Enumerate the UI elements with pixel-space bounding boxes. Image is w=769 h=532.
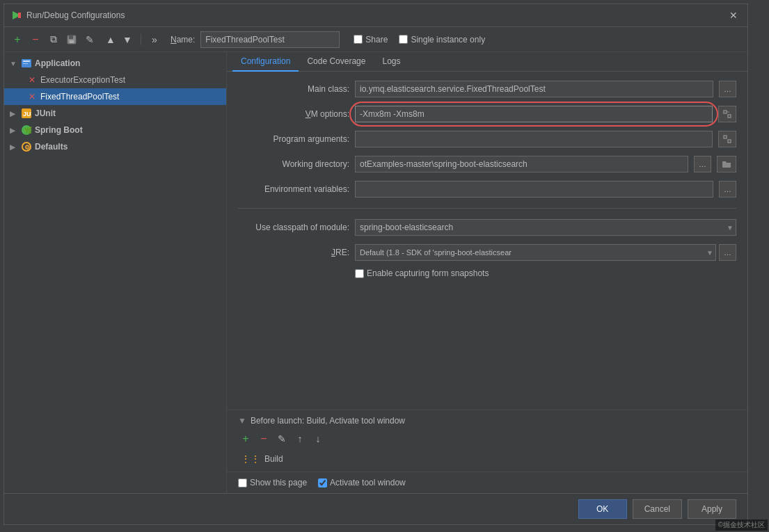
sidebar-item-defaults[interactable]: ▶ ⚙ Defaults: [4, 138, 226, 155]
before-launch-section: ▼ Before launch: Build, Activate tool wi…: [227, 410, 747, 471]
copy-button[interactable]: ⧉: [46, 32, 61, 47]
env-vars-browse-button[interactable]: …: [719, 181, 736, 198]
sidebar-item-executor-exception-test[interactable]: ✕ ExecutorExceptionTest: [4, 72, 226, 88]
apply-button[interactable]: Apply: [688, 499, 736, 519]
sidebar-item-junit[interactable]: ▶ JU JUnit: [4, 105, 226, 122]
vm-options-wrapper: [355, 106, 713, 122]
sidebar-fixed-thread-label: FixedThreadPoolTest: [40, 92, 119, 102]
working-dir-label: Working directory:: [238, 159, 349, 169]
main-class-row: Main class: …: [238, 80, 736, 98]
snapshots-checkbox-label[interactable]: Enable capturing form snapshots: [355, 268, 489, 278]
svg-text:🌿: 🌿: [24, 126, 32, 135]
snapshots-row: Enable capturing form snapshots: [355, 268, 736, 278]
classpath-select[interactable]: spring-boot-elasticsearch: [355, 219, 736, 236]
program-args-input[interactable]: [355, 131, 713, 147]
svg-rect-14: [724, 111, 727, 113]
jre-browse-button[interactable]: …: [719, 244, 736, 261]
sidebar-item-application[interactable]: ▼ Application: [4, 55, 226, 72]
sidebar-item-fixed-thread-pool-test[interactable]: ✕ FixedThreadPoolTest: [4, 88, 226, 105]
svg-text:JU: JU: [23, 111, 31, 118]
dialog-icon: [11, 10, 22, 21]
save-button[interactable]: [64, 32, 79, 47]
before-launch-edit-btn[interactable]: ✎: [274, 431, 290, 446]
vm-options-input[interactable]: [355, 106, 713, 122]
show-page-checkbox-label[interactable]: Show this page: [238, 478, 307, 487]
single-instance-checkbox-label[interactable]: Single instance only: [399, 35, 485, 45]
vm-options-expand-button[interactable]: [718, 106, 736, 122]
more-button[interactable]: »: [147, 32, 162, 47]
activate-window-checkbox-label[interactable]: Activate tool window: [318, 478, 406, 487]
svg-rect-18: [728, 140, 731, 143]
dialog-title: Run/Debug Configurations: [26, 10, 125, 20]
before-launch-arrow: ▼: [238, 416, 246, 426]
before-launch-remove-btn[interactable]: −: [256, 431, 271, 446]
name-input[interactable]: [200, 31, 340, 48]
activate-window-checkbox[interactable]: [318, 478, 327, 487]
dialog-buttons: OK Cancel Apply: [4, 493, 747, 524]
toolbar: + − ⧉ ✎ ▲ ▼ » Name: Share: [4, 27, 747, 52]
before-launch-title: Before launch: Build, Activate tool wind…: [251, 416, 405, 426]
svg-rect-7: [23, 63, 28, 64]
jre-row: JRE: Default (1.8 - SDK of 'spring-boot-…: [238, 243, 736, 261]
edit-button[interactable]: ✎: [82, 32, 97, 47]
move-up-button[interactable]: ▲: [103, 32, 118, 47]
tab-logs[interactable]: Logs: [374, 52, 409, 72]
sidebar: ▼ Application ✕ ExecutorExceptionTest ✕: [4, 52, 227, 493]
show-page-checkbox[interactable]: [238, 478, 247, 487]
snapshots-label: Enable capturing form snapshots: [367, 268, 489, 278]
svg-rect-15: [728, 115, 731, 118]
svg-rect-4: [70, 40, 74, 43]
form-divider: [238, 208, 736, 209]
svg-rect-3: [69, 35, 73, 39]
before-launch-add-btn[interactable]: +: [238, 431, 253, 446]
folder-icon: [722, 160, 731, 168]
expand-arrow-defaults: ▶: [10, 143, 18, 151]
cancel-button[interactable]: Cancel: [633, 499, 682, 519]
tabs-bar: Configuration Code Coverage Logs: [227, 52, 747, 72]
sidebar-item-spring-boot[interactable]: ▶ 🌿 Spring Boot: [4, 122, 226, 138]
tab-configuration[interactable]: Configuration: [232, 52, 299, 72]
main-class-input[interactable]: [355, 81, 713, 97]
arrow-buttons: ▲ ▼: [103, 32, 135, 47]
defaults-icon: ⚙: [21, 141, 32, 152]
env-vars-row: Environment variables: …: [238, 180, 736, 198]
program-args-expand-button[interactable]: [718, 131, 736, 147]
share-checkbox-label[interactable]: Share: [354, 35, 388, 45]
single-instance-checkbox[interactable]: [399, 35, 408, 44]
working-dir-icon-button[interactable]: [717, 156, 736, 172]
env-vars-input[interactable]: [355, 181, 713, 198]
executor-icon: ✕: [26, 74, 38, 86]
sidebar-application-label: Application: [35, 58, 80, 68]
before-launch-toolbar: + − ✎ ↑ ↓: [238, 431, 736, 446]
sidebar-junit-label: JUnit: [35, 108, 56, 118]
tab-code-coverage[interactable]: Code Coverage: [299, 52, 374, 72]
working-dir-browse-button[interactable]: …: [694, 156, 711, 172]
show-page-label: Show this page: [250, 478, 307, 487]
before-launch-up-btn[interactable]: ↑: [292, 431, 308, 446]
jre-select[interactable]: Default (1.8 - SDK of 'spring-boot-elast…: [355, 244, 716, 261]
vm-options-row: VM options:: [238, 105, 736, 123]
before-launch-down-btn[interactable]: ↓: [310, 431, 326, 446]
main-class-browse-button[interactable]: …: [719, 81, 736, 97]
title-bar: Run/Debug Configurations ✕: [4, 4, 747, 27]
before-launch-build-item[interactable]: ⋮⋮ Build: [238, 452, 736, 466]
spring-boot-icon: 🌿: [21, 124, 32, 136]
vm-options-label: VM options:: [238, 109, 349, 119]
before-launch-header: ▼ Before launch: Build, Activate tool wi…: [238, 416, 736, 426]
working-dir-input[interactable]: [355, 156, 688, 172]
svg-rect-6: [23, 61, 30, 62]
sidebar-defaults-label: Defaults: [35, 142, 68, 152]
ok-button[interactable]: OK: [578, 499, 627, 519]
share-checkbox[interactable]: [354, 35, 363, 44]
snapshots-checkbox[interactable]: [355, 269, 364, 278]
activate-window-label: Activate tool window: [330, 478, 406, 487]
jre-label: JRE:: [238, 248, 349, 257]
close-button[interactable]: ✕: [727, 8, 740, 22]
application-icon: [21, 58, 32, 69]
program-args-label: Program arguments:: [238, 134, 349, 144]
build-item-icon: ⋮⋮: [241, 453, 260, 465]
add-button[interactable]: +: [10, 32, 25, 47]
move-down-button[interactable]: ▼: [120, 32, 135, 47]
classpath-row: Use classpath of module: spring-boot-ela…: [238, 218, 736, 236]
remove-button[interactable]: −: [28, 32, 43, 47]
